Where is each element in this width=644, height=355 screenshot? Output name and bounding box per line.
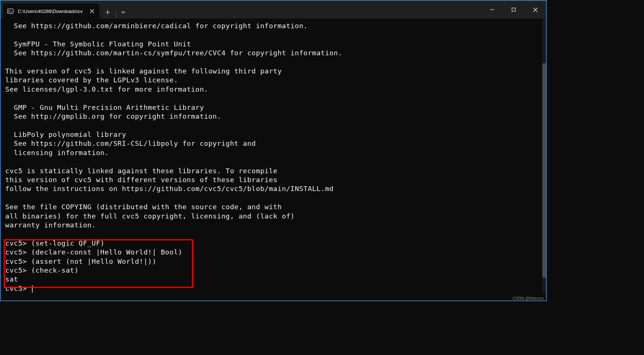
terminal-line: SymFPU - The Symbolic Floating Point Uni… (5, 40, 191, 48)
watermark-text: CSDN @Netceor (513, 296, 544, 300)
terminal-line: all binaries) for the full cvc5 copyrigh… (5, 212, 295, 220)
terminal-line: See http://gmplib.org for copyright info… (5, 112, 221, 120)
terminal-line: warranty information. (5, 221, 96, 229)
tab-divider (116, 11, 116, 19)
terminal-line: This version of cvc5 is linked against t… (5, 67, 282, 75)
svg-rect-1 (512, 8, 515, 11)
active-tab[interactable]: C:\Users\40286\Downloads\cv (3, 4, 100, 19)
terminal-line: See https://github.com/martin-cs/symfpu/… (5, 49, 342, 57)
tab-container: C:\Users\40286\Downloads\cv (3, 1, 129, 19)
terminal-line: cvc5> (set-logic QF_UF) (5, 239, 105, 247)
terminal-output[interactable]: See https://github.com/arminbiere/cadica… (1, 19, 546, 300)
minimize-button[interactable] (481, 1, 503, 19)
close-window-button[interactable] (524, 1, 546, 19)
terminal-line: cvc5> (declare-const |Hello World!| Bool… (5, 248, 182, 256)
terminal-line: licensing information. (5, 149, 109, 157)
window-controls (481, 1, 546, 19)
tab-title: C:\Users\40286\Downloads\cv (18, 9, 88, 14)
cursor-icon (32, 285, 33, 293)
new-tab-button[interactable] (101, 6, 114, 19)
terminal-line: libraries covered by the LGPLv3 license. (5, 76, 178, 84)
terminal-line: cvc5> (check-sat) (5, 266, 79, 274)
terminal-line: cvc5> (assert (not |Hello World!|)) (5, 257, 156, 265)
terminal-line: See https://github.com/arminbiere/cadica… (5, 22, 308, 30)
tab-dropdown-button[interactable] (118, 6, 129, 19)
close-tab-button[interactable] (88, 7, 96, 15)
scrollbar-thumb[interactable] (542, 63, 546, 278)
terminal-line: follow the instructions on https://githu… (5, 185, 334, 193)
terminal-line: cvc5 is statically linked against these … (5, 167, 277, 175)
title-bar: C:\Users\40286\Downloads\cv (1, 1, 546, 19)
terminal-line: See licenses/lgpl-3.0.txt for more infor… (5, 85, 208, 93)
terminal-line: this version of cvc5 with different vers… (5, 176, 277, 184)
terminal-prompt: cvc5> (5, 285, 31, 292)
terminal-line: sat (5, 275, 18, 283)
terminal-icon (7, 7, 14, 15)
terminal-line: See the file COPYING (distributed with t… (5, 203, 282, 211)
terminal-line: LibPoly polynomial library (5, 131, 126, 138)
terminal-line: See https://github.com/SRI-CSL/libpoly f… (5, 139, 256, 147)
window-frame: C:\Users\40286\Downloads\cv (0, 0, 547, 301)
svg-rect-0 (8, 9, 13, 13)
maximize-button[interactable] (503, 1, 524, 19)
terminal-line: GMP - Gnu Multi Precision Arithmetic Lib… (5, 103, 204, 111)
scrollbar-track[interactable] (542, 19, 546, 293)
